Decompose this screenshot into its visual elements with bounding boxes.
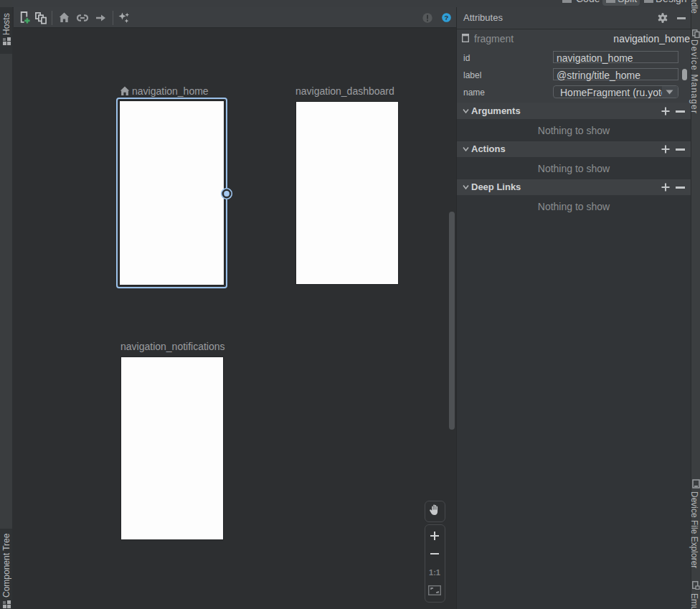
svg-text:?: ? <box>445 14 449 22</box>
